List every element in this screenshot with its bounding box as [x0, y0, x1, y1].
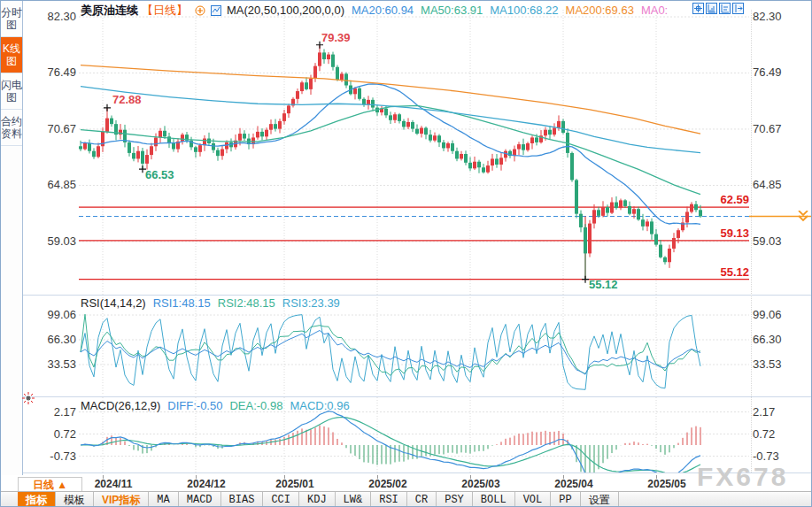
- axis-right-icon[interactable]: [719, 3, 731, 14]
- ma-value-4: MA0:: [641, 4, 668, 17]
- main-y-label-right-2: 70.67: [753, 122, 808, 135]
- main-y-label-left-1: 76.49: [26, 65, 76, 79]
- sidebar-item-0[interactable]: 分时图: [1, 1, 22, 37]
- date-label-2024/11: 2024/11: [87, 478, 140, 490]
- tab-BOLL[interactable]: BOLL: [473, 492, 515, 507]
- tab-PSY[interactable]: PSY: [437, 492, 473, 507]
- macd-y-label-right-2: -0.73: [753, 449, 808, 463]
- tab-VOL[interactable]: VOL: [515, 492, 552, 507]
- rsi-value-2: RSI3:23.39: [282, 296, 340, 310]
- level-label-59.13: 59.13: [683, 227, 749, 240]
- rsi-header: RSI(14,14,2)RSI1:48.15RSI2:48.15RSI3:23.…: [81, 296, 347, 310]
- main-y-label-right-0: 82.30: [753, 10, 808, 23]
- rsi-value-0: RSI1:48.15: [153, 296, 211, 310]
- ma-values: MA20:60.94MA50:63.91MA100:68.22MA200:69.…: [352, 4, 675, 17]
- main-y-label-left-0: 82.30: [26, 10, 76, 23]
- tab-MA[interactable]: MA: [149, 492, 178, 507]
- charting-app-window: 分时图K线图闪电图合约资料 美原油连续【日线】MA(20,50,100,200,…: [0, 0, 812, 507]
- date-label-2025/01: 2025/01: [268, 478, 321, 490]
- current-price-marker: [749, 211, 812, 228]
- macd-y-label-left-1: 0.72: [26, 427, 76, 441]
- macd-value-0: DIFF:-0.50: [167, 399, 222, 412]
- level-label-62.59: 62.59: [683, 193, 749, 206]
- axis-left-icon[interactable]: [706, 3, 717, 14]
- tab-BIAS[interactable]: BIAS: [221, 492, 264, 507]
- tab-指标[interactable]: 指标: [18, 492, 56, 507]
- ma-value-3: MA200:69.63: [566, 4, 634, 17]
- pane-separator: [23, 396, 812, 397]
- macd-header: MACD(26,12,9)DIFF:-0.50DEA:-0.98MACD:0.9…: [81, 399, 357, 412]
- macd-value-1: DEA:-0.98: [229, 399, 282, 412]
- rsi-y-label-right-1: 66.30: [753, 333, 808, 346]
- macd-value-2: MACD:0.96: [290, 399, 349, 412]
- pane-separator: [23, 295, 812, 296]
- date-axis-row: 日线 ▲ 2024/112024/122025/012025/022025/03…: [1, 475, 812, 491]
- watermark: FX678: [697, 462, 788, 492]
- rsi-y-label-right-2: 33.53: [753, 357, 808, 371]
- tab-CR[interactable]: CR: [407, 492, 437, 507]
- indicator-tab-bar: 指标模板VIP指标MAMACDBIASCCIKDJLW&RSICRPSYBOLL…: [1, 491, 812, 507]
- period-selector-arrow-icon: ▲: [57, 479, 67, 491]
- crosshair-icon[interactable]: [692, 3, 704, 14]
- tab-PP[interactable]: PP: [551, 492, 580, 507]
- main-y-label-right-4: 59.03: [753, 234, 808, 248]
- main-y-label-left-3: 64.85: [26, 178, 76, 191]
- tab-LW&[interactable]: LW&: [336, 492, 372, 507]
- left-sidebar: 分时图K线图闪电图合约资料: [1, 1, 23, 477]
- kline-chart-icon[interactable]: [211, 5, 221, 19]
- rsi-values: RSI1:48.15RSI2:48.15RSI3:23.39: [153, 296, 347, 310]
- sidebar-item-1[interactable]: K线图: [1, 37, 22, 73]
- indicator-settings-icon[interactable]: [21, 391, 35, 405]
- date-label-2025/05: 2025/05: [640, 478, 693, 490]
- period-selector[interactable]: 日线 ▲: [18, 477, 82, 492]
- annotation-high-79.39: 79.39: [321, 31, 351, 44]
- main-candlestick-chart[interactable]: [79, 10, 749, 295]
- main-y-label-left-2: 70.67: [26, 122, 76, 135]
- main-y-label-right-3: 64.85: [753, 178, 808, 191]
- date-label-2024/12: 2024/12: [180, 478, 233, 490]
- instrument-title: 美原油连续: [81, 4, 138, 17]
- rsi-formula: RSI(14,14,2): [81, 296, 146, 310]
- ma-value-2: MA100:68.22: [490, 4, 558, 17]
- tab-模板[interactable]: 模板: [56, 492, 94, 507]
- rsi-y-label-left-1: 66.30: [26, 333, 76, 346]
- tab-设置[interactable]: 设置: [581, 492, 619, 507]
- sidebar-item-3[interactable]: 合约资料: [1, 110, 22, 146]
- annotation-high-72.88: 72.88: [112, 93, 142, 106]
- date-label-2025/02: 2025/02: [361, 478, 414, 490]
- rsi-y-label-left-0: 99.06: [26, 308, 76, 321]
- pane-separator: [23, 472, 812, 473]
- macd-y-label-right-1: 0.72: [753, 427, 808, 441]
- rsi-y-label-left-2: 33.53: [26, 357, 76, 371]
- tab-KDJ[interactable]: KDJ: [299, 492, 336, 507]
- rsi-y-label-right-0: 99.06: [753, 308, 808, 321]
- ma-value-1: MA50:63.91: [421, 4, 483, 17]
- sidebar-item-2[interactable]: 闪电图: [1, 73, 22, 110]
- main-chart-header: 美原油连续【日线】MA(20,50,100,200,0,0)MA20:60.94…: [81, 3, 675, 19]
- date-label-2025/03: 2025/03: [454, 478, 507, 490]
- add-indicator-icon[interactable]: [195, 5, 205, 19]
- axis-column-divider: [751, 10, 752, 472]
- annotation-low-55.12: 55.12: [589, 278, 618, 291]
- macd-formula: MACD(26,12,9): [81, 399, 160, 412]
- main-y-label-right-1: 76.49: [753, 65, 808, 79]
- macd-y-label-right-0: 2.17: [753, 405, 808, 419]
- macd-values: DIFF:-0.50DEA:-0.98MACD:0.96: [167, 399, 356, 412]
- period-tag: 【日线】: [142, 4, 188, 17]
- ma-formula: MA(20,50,100,200,0,0): [227, 4, 344, 17]
- rsi-indicator-chart[interactable]: [79, 295, 749, 396]
- shift-right-icon[interactable]: [732, 3, 744, 14]
- main-y-label-left-4: 59.03: [26, 234, 76, 248]
- ma-value-0: MA20:60.94: [352, 4, 414, 17]
- date-label-2025/04: 2025/04: [547, 478, 600, 490]
- level-label-55.12: 55.12: [683, 265, 749, 279]
- annotation-low-66.53: 66.53: [145, 168, 174, 181]
- tab-CCI[interactable]: CCI: [263, 492, 299, 507]
- macd-y-label-left-0: 2.17: [26, 405, 76, 419]
- tab-RSI[interactable]: RSI: [371, 492, 407, 507]
- period-selector-label: 日线: [33, 479, 54, 491]
- tab-MACD[interactable]: MACD: [179, 492, 221, 507]
- macd-y-label-left-2: -0.73: [26, 449, 76, 463]
- rsi-value-1: RSI2:48.15: [218, 296, 275, 310]
- tab-VIP指标[interactable]: VIP指标: [94, 492, 149, 507]
